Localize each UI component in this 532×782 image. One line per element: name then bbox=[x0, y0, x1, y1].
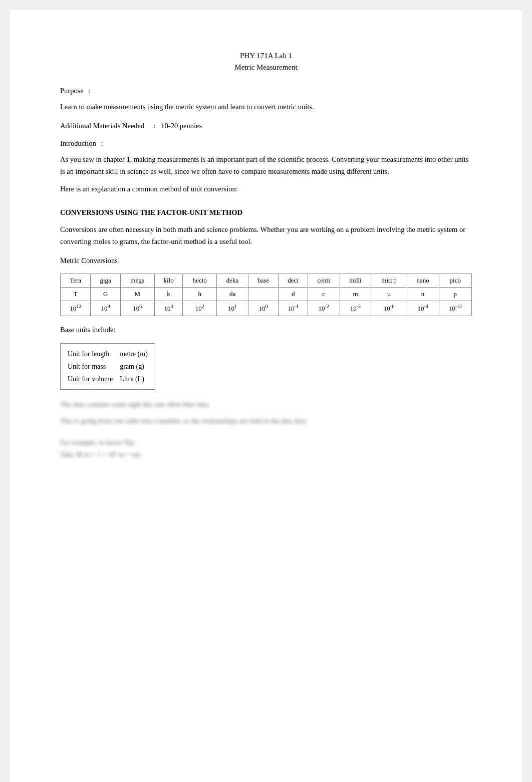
table-cell: da bbox=[217, 288, 248, 301]
table-cell: 10-12 bbox=[439, 301, 471, 316]
introduction-colon: : bbox=[97, 139, 103, 148]
document-title: PHY 171A Lab 1 Metric Measurement bbox=[60, 50, 472, 73]
blurred-text-1: The data contains some right this one of… bbox=[60, 399, 472, 410]
base-unit-volume-spacer bbox=[115, 375, 118, 383]
table-cell: kilo bbox=[154, 274, 182, 288]
table-cell: giga bbox=[91, 274, 120, 288]
introduction-label: Introduction bbox=[60, 139, 96, 148]
base-unit-mass-label: Unit for mass bbox=[68, 363, 106, 370]
method-text: Here is an explanation a common method o… bbox=[60, 185, 472, 193]
purpose-body: Learn to make measurements using the met… bbox=[60, 101, 472, 113]
metric-table-wrapper: Tera giga mega kilo hecto deka base deci… bbox=[60, 274, 472, 316]
document-page: PHY 171A Lab 1 Metric Measurement Purpos… bbox=[10, 10, 522, 782]
base-units-heading: Base units include: bbox=[60, 324, 472, 336]
table-cell: milli bbox=[340, 274, 371, 288]
table-row-powers: 1012 109 106 103 102 101 100 10-1 10-2 1… bbox=[61, 301, 472, 316]
table-cell: M bbox=[120, 288, 154, 301]
conversions-heading: CONVERSIONS USING THE FACTOR-UNIT METHOD bbox=[60, 208, 472, 217]
base-unit-length-label: Unit for length bbox=[68, 350, 109, 358]
table-cell: n bbox=[407, 288, 439, 301]
table-cell: nano bbox=[407, 274, 439, 288]
introduction-section: Introduction : bbox=[60, 139, 472, 148]
table-cell: G bbox=[91, 288, 120, 301]
table-cell: µ bbox=[371, 288, 407, 301]
purpose-section: Purpose : bbox=[60, 87, 472, 95]
table-cell: 10-9 bbox=[407, 301, 439, 316]
purpose-label: Purpose bbox=[60, 87, 84, 95]
table-cell: 10-2 bbox=[308, 301, 340, 316]
base-unit-mass-value: gram (g) bbox=[120, 363, 144, 370]
title-line-2: Metric Measurement bbox=[60, 62, 472, 73]
table-cell: deci bbox=[279, 274, 308, 288]
table-cell: 10-3 bbox=[340, 301, 371, 316]
table-cell: deka bbox=[217, 274, 248, 288]
table-cell: 100 bbox=[248, 301, 279, 316]
blurred-text-2: This is going from one table into a numb… bbox=[60, 415, 472, 427]
base-units-box: Unit for length metre (m) Unit for mass … bbox=[60, 343, 155, 390]
base-unit-length-spacer bbox=[111, 350, 118, 358]
materials-label: Additional Materials Needed bbox=[60, 122, 144, 130]
blurred-text-3: For example, to factor flip: Take 30 m =… bbox=[60, 437, 472, 460]
table-cell: 103 bbox=[154, 301, 182, 316]
materials-row: Additional Materials Needed : 10-20 penn… bbox=[60, 120, 472, 132]
table-cell: pico bbox=[439, 274, 471, 288]
base-unit-length-value: metre (m) bbox=[120, 350, 148, 358]
table-cell: Tera bbox=[61, 274, 91, 288]
table-cell: c bbox=[308, 288, 340, 301]
table-cell: micro bbox=[371, 274, 407, 288]
base-unit-volume: Unit for volume Litre (L) bbox=[68, 373, 148, 385]
base-unit-mass-spacer bbox=[108, 363, 118, 370]
table-cell: k bbox=[154, 288, 182, 301]
metric-conversions-table: Tera giga mega kilo hecto deka base deci… bbox=[60, 274, 472, 316]
table-cell: p bbox=[439, 288, 471, 301]
table-cell: 109 bbox=[91, 301, 120, 316]
intro-body: As you saw in chapter 1, making measurem… bbox=[60, 154, 472, 178]
table-cell: T bbox=[61, 288, 91, 301]
metric-conversions-label: Metric Conversions bbox=[60, 255, 472, 267]
purpose-colon: : bbox=[85, 87, 90, 95]
table-cell: 10-1 bbox=[279, 301, 308, 316]
table-cell: base bbox=[248, 274, 279, 288]
blurred-example-label: For example, to factor flip: bbox=[60, 437, 472, 448]
table-cell bbox=[248, 288, 279, 301]
table-cell: 106 bbox=[120, 301, 154, 316]
base-unit-volume-label: Unit for volume bbox=[68, 375, 113, 383]
table-cell: centi bbox=[308, 274, 340, 288]
base-unit-mass: Unit for mass gram (g) bbox=[68, 360, 148, 373]
materials-value: 10-20 pennies bbox=[161, 122, 202, 130]
table-cell: d bbox=[279, 288, 308, 301]
materials-colon: : bbox=[146, 122, 159, 130]
table-row-symbols: T G M k h da d c m µ n p bbox=[61, 288, 472, 301]
base-unit-length: Unit for length metre (m) bbox=[68, 348, 148, 360]
table-cell: 102 bbox=[183, 301, 217, 316]
table-cell: 1012 bbox=[61, 301, 91, 316]
table-cell: hecto bbox=[183, 274, 217, 288]
table-cell: m bbox=[340, 288, 371, 301]
table-cell: 101 bbox=[217, 301, 248, 316]
table-cell: h bbox=[183, 288, 217, 301]
title-line-1: PHY 171A Lab 1 bbox=[60, 50, 472, 62]
conversions-body: Conversions are often necessary in both … bbox=[60, 224, 472, 248]
base-unit-volume-value: Litre (L) bbox=[120, 375, 144, 383]
table-row-prefixes: Tera giga mega kilo hecto deka base deci… bbox=[61, 274, 472, 288]
table-cell: mega bbox=[120, 274, 154, 288]
blurred-example-formula: Take 30 m = 1 × 10³ m = nm bbox=[60, 449, 472, 460]
table-cell: 10-6 bbox=[371, 301, 407, 316]
